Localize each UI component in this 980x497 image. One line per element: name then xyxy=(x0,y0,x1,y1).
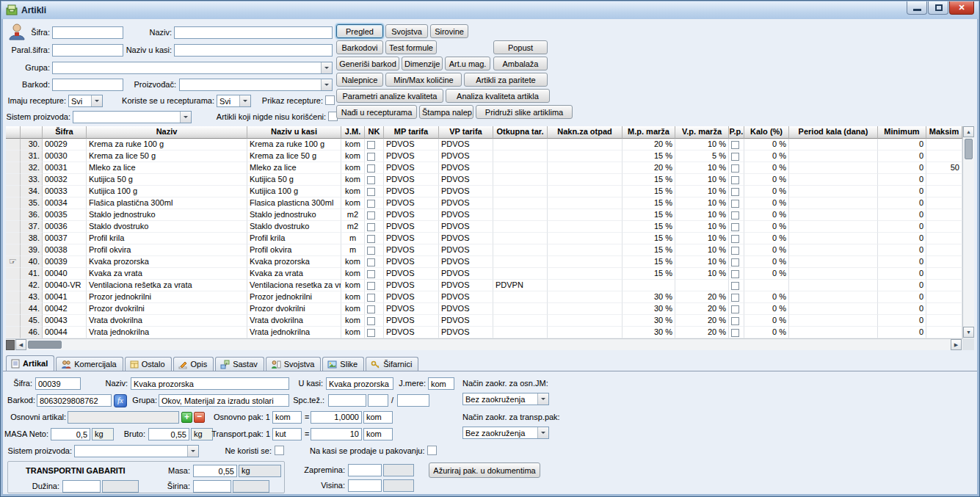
horizontal-scroll-thumb[interactable] xyxy=(28,341,62,349)
duzina-input[interactable] xyxy=(62,480,101,493)
titlebar[interactable]: Artikli ✕ xyxy=(1,1,979,19)
stampa-nalep-button[interactable]: Štampa nalep. xyxy=(419,105,473,119)
table-row[interactable]: 30.00029Krema za ruke 100 gKrema za ruke… xyxy=(6,139,962,150)
column-header-mp_marza[interactable]: M.p. marža xyxy=(623,126,675,139)
barkodovi-button[interactable]: Barkodovi xyxy=(336,40,383,54)
pp-checkbox[interactable] xyxy=(731,305,739,313)
pp-checkbox[interactable] xyxy=(731,153,739,161)
column-header-naziv_u_kasi[interactable]: Naziv u kasi xyxy=(247,126,341,139)
detail-sifra-input[interactable] xyxy=(35,377,81,390)
detail-barkod-input[interactable] xyxy=(37,394,112,407)
detail-grupa-input[interactable] xyxy=(159,394,289,407)
transport-pak-kolicina-box[interactable]: 10 xyxy=(311,428,362,440)
parametri-analize-button[interactable]: Parametri analize kvaliteta xyxy=(336,89,443,103)
tab-sastav[interactable]: Sastav xyxy=(215,357,264,371)
artikli-za-paritete-button[interactable]: Artikli za paritete xyxy=(464,73,548,87)
nk-checkbox[interactable] xyxy=(367,164,375,173)
gabariti-masa-input[interactable] xyxy=(193,465,237,477)
horizontal-scrollbar[interactable]: ◀ ▶ xyxy=(6,338,962,350)
analiza-kvaliteta-button[interactable]: Analiza kvaliteta artikla xyxy=(446,89,550,103)
vertical-scroll-thumb[interactable] xyxy=(965,139,973,159)
pp-checkbox[interactable] xyxy=(731,282,739,290)
proizvodjac-dropdown[interactable] xyxy=(179,79,333,91)
vertical-scrollbar[interactable]: ▲ ▼ xyxy=(962,126,974,338)
chevron-down-icon[interactable] xyxy=(321,62,332,73)
column-header-otkupna_tar[interactable]: Otkupna tar. xyxy=(493,126,548,139)
nk-checkbox[interactable] xyxy=(367,188,375,196)
transport-pak-unit-box[interactable]: kut xyxy=(272,428,302,440)
spc-tez-input-3[interactable] xyxy=(397,394,429,407)
nk-checkbox[interactable] xyxy=(367,270,375,278)
prikaz-recepture-checkbox[interactable] xyxy=(325,95,335,105)
masa-neto-input[interactable] xyxy=(51,428,90,440)
pridruzi-slike-button[interactable]: Pridruži slike artiklima xyxy=(476,105,573,119)
table-row[interactable]: 31.00030Krema za lice 50 gKrema za lice … xyxy=(6,150,962,162)
chevron-down-icon[interactable] xyxy=(187,446,198,457)
column-header-nk[interactable]: NK xyxy=(365,126,384,139)
spc-tez-input-1[interactable] xyxy=(328,394,366,407)
detail-sistem-proizvoda-dropdown[interactable] xyxy=(74,445,199,457)
column-header-jm[interactable]: J.M. xyxy=(341,126,365,139)
chevron-down-icon[interactable] xyxy=(537,393,548,405)
chevron-down-icon[interactable] xyxy=(91,95,102,106)
sirovine-button[interactable]: Sirovine xyxy=(430,24,468,38)
chevron-down-icon[interactable] xyxy=(537,427,548,438)
nk-checkbox[interactable] xyxy=(367,305,375,313)
imaju-recepture-dropdown[interactable]: Svi xyxy=(68,95,103,107)
nk-checkbox[interactable] xyxy=(367,317,375,325)
test-formule-button[interactable]: Test formule xyxy=(385,40,437,54)
nk-checkbox[interactable] xyxy=(367,211,375,220)
svojstva-button[interactable]: Svojstva xyxy=(385,24,428,38)
zapremina-input[interactable] xyxy=(348,464,382,476)
table-row[interactable]: 38.00037Profil krilaProfil krilamPDVOSPD… xyxy=(6,233,962,244)
pp-checkbox[interactable] xyxy=(731,247,739,255)
tab-artikal[interactable]: Artikal xyxy=(6,355,54,371)
tab-slike[interactable]: Slike xyxy=(322,357,364,371)
pregled-button[interactable]: Pregled xyxy=(336,24,383,38)
koriste-se-dropdown[interactable]: Svi xyxy=(217,95,251,107)
tab-svojstva[interactable]: Svojstva xyxy=(266,357,322,371)
table-row[interactable]: 44.00042Prozor dvokrilniProzor dvokrilni… xyxy=(6,303,962,315)
tab-komercijala[interactable]: Komercijala xyxy=(56,357,123,371)
detail-naziv-input[interactable] xyxy=(131,377,289,390)
pp-checkbox[interactable] xyxy=(731,270,739,278)
nk-checkbox[interactable] xyxy=(367,258,375,266)
min-max-kolicine-button[interactable]: Min/Max količine xyxy=(385,73,462,87)
remove-osnovni-artikal-button[interactable]: − xyxy=(194,412,205,423)
nalepnice-button[interactable]: Nalepnice xyxy=(336,73,383,87)
chevron-down-icon[interactable] xyxy=(180,112,191,123)
nk-checkbox[interactable] xyxy=(367,247,375,255)
transport-pak-kolicina-unit-box[interactable]: kom xyxy=(363,428,393,440)
column-header-maksim[interactable]: Maksim xyxy=(926,126,962,139)
table-row[interactable]: 34.00033Kutijica 100 gKutijica 100 gkomP… xyxy=(6,186,962,197)
column-header-rownum[interactable] xyxy=(21,126,43,139)
table-row[interactable]: 45.00043Vrata dvokrilnaVrata dvokrilnako… xyxy=(6,315,962,327)
column-header-marker[interactable] xyxy=(6,126,21,139)
column-header-naziv[interactable]: Naziv xyxy=(87,126,247,139)
add-osnovni-artikal-button[interactable]: + xyxy=(181,412,192,423)
table-row[interactable]: 39.00038Profil okviraProfil okviramPDVOS… xyxy=(6,244,962,256)
column-header-sifra[interactable]: Šifra xyxy=(43,126,87,139)
column-header-mp_tarifa[interactable]: MP tarifa xyxy=(384,126,439,139)
table-row[interactable]: 43.00041Prozor jednokrilniProzor jednokr… xyxy=(6,291,962,303)
tab-opis[interactable]: Opis xyxy=(173,357,214,371)
pp-checkbox[interactable] xyxy=(731,223,739,231)
pp-checkbox[interactable] xyxy=(731,200,739,208)
popust-button[interactable]: Popust xyxy=(493,40,548,54)
nk-checkbox[interactable] xyxy=(367,223,375,231)
osnovno-pak-kolicina-box[interactable]: 1,0000 xyxy=(311,411,362,424)
column-header-nakn_za_otpad[interactable]: Nakn.za otpad xyxy=(548,126,623,139)
nacin-osn-dropdown[interactable]: Bez zaokruženja xyxy=(462,393,549,405)
nk-checkbox[interactable] xyxy=(367,329,375,337)
barkod-filter-input[interactable] xyxy=(52,79,123,91)
detail-jmere-input[interactable] xyxy=(428,377,454,390)
naziv-filter-input[interactable] xyxy=(174,26,333,39)
generisi-barkod-button[interactable]: Generiši barkod xyxy=(336,57,399,70)
table-row[interactable]: 32.00031Mleko za liceMleko za licekomPDV… xyxy=(6,162,962,174)
maximize-button[interactable] xyxy=(928,1,948,15)
osnovni-artikal-input[interactable] xyxy=(68,411,179,424)
tab-sifarnici[interactable]: Šifarnici xyxy=(366,357,418,371)
nk-checkbox[interactable] xyxy=(367,235,375,243)
table-row[interactable]: 36.00035Staklo jednostrukoStaklo jednost… xyxy=(6,209,962,221)
naziv-u-kasi-input[interactable] xyxy=(174,44,333,57)
